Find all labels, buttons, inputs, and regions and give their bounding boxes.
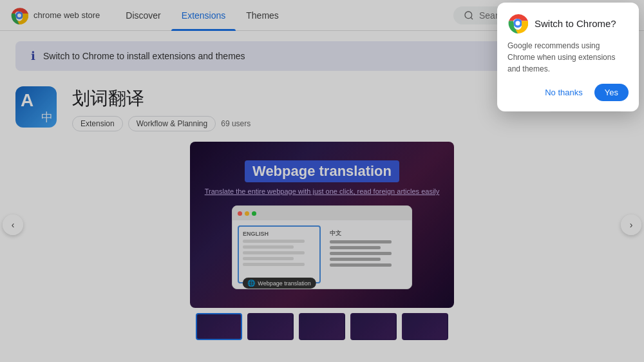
switch-chrome-popup: Switch to Chrome? Google recommends usin…	[497, 3, 639, 111]
popup-title: Switch to Chrome?	[535, 18, 616, 29]
svg-point-9	[516, 21, 520, 26]
popup-header: Switch to Chrome?	[507, 13, 629, 33]
popup-actions: No thanks Yes	[507, 84, 629, 101]
popup-chrome-logo-icon	[507, 13, 528, 33]
no-thanks-button[interactable]: No thanks	[538, 84, 589, 101]
popup-overlay[interactable]: Switch to Chrome? Google recommends usin…	[0, 0, 644, 362]
yes-button[interactable]: Yes	[594, 84, 629, 101]
popup-body: Google recommends using Chrome when usin…	[507, 40, 629, 75]
